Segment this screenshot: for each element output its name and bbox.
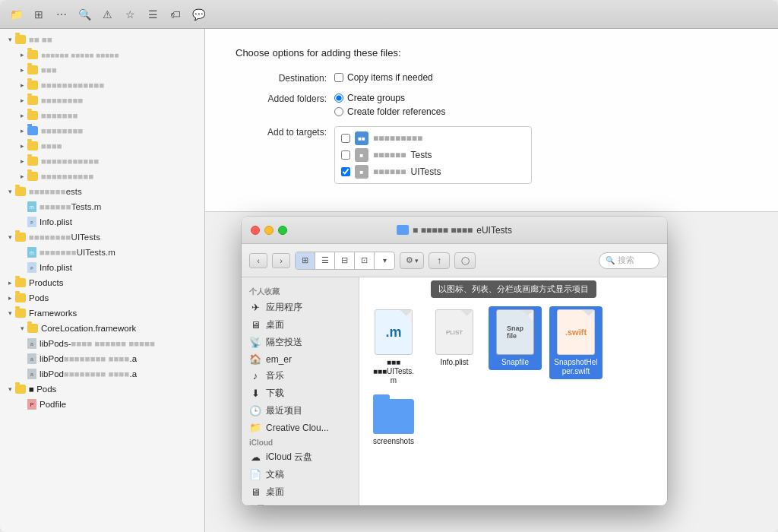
tree-row-frameworks[interactable]: Frameworks (0, 306, 204, 321)
finder-item-snapfile[interactable]: Snapfile Snapfile (489, 306, 542, 370)
target-1-checkbox[interactable] (341, 134, 350, 143)
finder-item-screenshots[interactable]: screenshots (367, 396, 420, 449)
folder-icon[interactable]: 📁 (8, 6, 24, 23)
sidebar-icloud-desktop[interactable]: 🖥 桌面 (242, 483, 359, 501)
sidebar-icloud-drive[interactable]: ☁ iCloud 云盘 (242, 448, 359, 466)
action-button[interactable]: ⚙ ▾ (400, 252, 424, 269)
item-label: ■■■■■■■■ (41, 126, 84, 135)
warning-icon[interactable]: ⚠ (99, 6, 115, 23)
copy-checkbox[interactable] (334, 73, 343, 82)
sidebar-music[interactable]: ♪ 音乐 (242, 367, 359, 385)
gear-icon: ⚙ (406, 255, 413, 265)
tree-row[interactable]: ■■■■■■■■■■■ (0, 154, 204, 169)
sidebar-docs[interactable]: 📄 文稿 (242, 466, 359, 483)
snapfile-filename: Snapfile (501, 358, 529, 367)
grid-icon[interactable]: ⊞ (30, 6, 47, 23)
triangle-icon (6, 279, 14, 287)
folder-icon (27, 96, 38, 105)
search-icon: 🔍 (606, 256, 615, 264)
destination-label: Destination: (236, 72, 334, 84)
back-button[interactable]: ‹ (249, 253, 267, 268)
create-refs-radio[interactable] (334, 107, 343, 116)
finder-title: ■ ■■■■■ ■■■■ eUITests (397, 225, 512, 236)
target-3-suffix: UITests (411, 166, 441, 177)
search-icon[interactable]: 🔍 (76, 6, 93, 23)
tree-row[interactable]: p Info.plist (0, 260, 204, 275)
list-icon[interactable]: ☰ (144, 6, 161, 23)
tag-button[interactable]: ◯ (454, 252, 476, 269)
icloud-label: iCloud 云盘 (266, 451, 312, 464)
tree-row[interactable]: ■■■ (0, 62, 204, 78)
folder-icon (27, 81, 38, 90)
star-icon[interactable]: ☆ (122, 6, 138, 23)
item-label: ■■■■■■■UITests.m (40, 248, 115, 257)
finder-item-snapshot-helper[interactable]: .swift SnapshotHelper.swift (549, 306, 602, 379)
finder-window-title: eUITests (476, 225, 512, 236)
tree-row[interactable]: m ■■■■■■■UITests.m (0, 245, 204, 260)
triangle-icon (6, 36, 14, 43)
tree-row[interactable]: ■■■■■■■ (0, 108, 204, 123)
finder-item-m[interactable]: .m ■■■ ■■■UITests.m (367, 306, 420, 388)
tree-row[interactable]: ■■■■■■■■■■ (0, 169, 204, 184)
tree-row-pods[interactable]: Pods (0, 290, 204, 306)
added-folders-row: Added folders: Create groups Create fold… (236, 93, 748, 117)
podfile-icon: P (27, 399, 36, 410)
sidebar-apps[interactable]: ✈ 应用程序 (242, 299, 359, 316)
view-column-btn[interactable]: ⊟ (335, 252, 355, 269)
tree-row[interactable]: ■■■■■■■ests (0, 184, 204, 199)
triangle-icon (18, 142, 26, 150)
options-dialog: Choose options for adding these files: D… (205, 29, 778, 212)
tree-row[interactable]: ■■■■■■■■■■■■ (0, 78, 204, 93)
folder-icon (15, 233, 26, 242)
target-3-checkbox[interactable] (341, 167, 350, 176)
view-button-group: ⊞ ☰ ⊟ ⊡ ▾ (295, 252, 395, 270)
tree-row[interactable]: ■ Pods (0, 382, 204, 397)
sidebar-recents[interactable]: 🕒 最近项目 (242, 402, 359, 420)
traffic-lights (251, 226, 287, 235)
maximize-button[interactable] (278, 226, 287, 235)
view-icon-btn[interactable]: ⊞ (296, 252, 315, 269)
tree-row[interactable]: m ■■■■■■Tests.m (0, 199, 204, 214)
tree-row[interactable]: ■■■■ (0, 138, 204, 154)
tree-row[interactable]: a libPod■■■■■■■■ ■■■■.a (0, 366, 204, 382)
tree-row[interactable]: ■■■■■■■■ (0, 93, 204, 108)
share-button[interactable]: ↑ (429, 252, 450, 269)
tree-row[interactable]: a libPods-■■■■ ■■■■■■ ■■■■■ (0, 336, 204, 351)
sidebar-home[interactable]: 🏠 em_er (242, 351, 359, 367)
minimize-button[interactable] (264, 226, 274, 235)
view-dropdown-btn[interactable]: ▾ (375, 252, 394, 269)
bubble-icon[interactable]: 💬 (190, 6, 207, 23)
sidebar-creative[interactable]: 📁 Creative Clou... (242, 420, 359, 435)
item-label: libPod■■■■■■■■ ■■■■.a (40, 354, 137, 363)
target-2-checkbox[interactable] (341, 150, 350, 160)
tree-row[interactable]: p Info.plist (0, 214, 204, 230)
tree-row[interactable]: ■■■■■■ ■■■■■ ■■■■■ (0, 47, 204, 62)
home-label: em_er (266, 354, 292, 365)
music-icon: ♪ (249, 370, 261, 382)
xcode-sidebar: ■■ ■■ ■■■■■■ ■■■■■ ■■■■■ ■■■ ■■■■■■■■■■■… (0, 29, 205, 532)
tree-row[interactable]: ■■■■■■■■ (0, 123, 204, 138)
tree-row-podfile[interactable]: P Podfile (0, 397, 204, 412)
m-file-icon: m (27, 201, 36, 212)
sidebar-downloads[interactable]: ⬇ 下载 (242, 385, 359, 402)
dots-icon[interactable]: ⋯ (53, 6, 70, 23)
triangle-icon (6, 385, 14, 393)
docs-icon: 📄 (249, 469, 261, 480)
tree-row-products[interactable]: Products (0, 275, 204, 290)
forward-button[interactable]: › (272, 253, 290, 268)
create-groups-radio[interactable] (334, 93, 343, 103)
sidebar-airdrop[interactable]: 📡 隔空投送 (242, 334, 359, 351)
desktop-label: 桌面 (266, 318, 284, 331)
close-button[interactable] (251, 226, 260, 235)
tree-row[interactable]: ■■■■■■■■UITests (0, 230, 204, 245)
sidebar-desktop[interactable]: 🖥 桌面 (242, 316, 359, 334)
finder-item-plist[interactable]: PLIST Info.plist (428, 306, 481, 370)
docs-label: 文稿 (266, 468, 284, 481)
tree-row[interactable]: ■■ ■■ (0, 32, 204, 47)
tree-row[interactable]: CoreLocation.framework (0, 321, 204, 336)
tag-icon[interactable]: 🏷 (167, 6, 184, 23)
triangle-icon (6, 188, 14, 195)
tree-row[interactable]: a libPod■■■■■■■■ ■■■■.a (0, 351, 204, 366)
view-list-btn[interactable]: ☰ (315, 252, 335, 269)
view-gallery-btn[interactable]: ⊡ (355, 252, 375, 269)
